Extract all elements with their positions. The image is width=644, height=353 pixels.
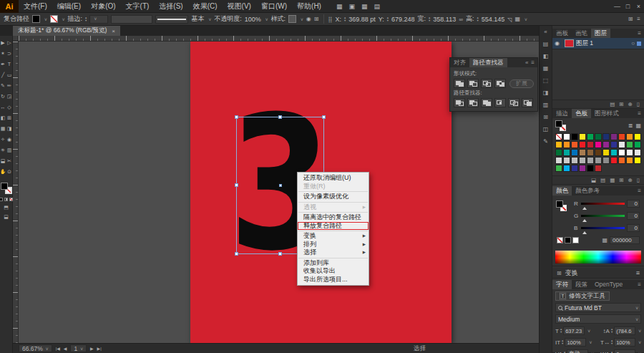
panel-icon[interactable]: ▤ [543,41,549,47]
color-swatch[interactable] [618,149,625,156]
lasso-tool[interactable]: ⊃ [6,48,13,59]
panel-icon[interactable]: ▥ [543,102,549,108]
selection-handle[interactable] [235,115,238,119]
x-stepper[interactable] [344,16,346,22]
brush-basic-label[interactable]: 基本 [191,14,204,24]
brush-caret-icon[interactable] [207,16,211,23]
color-swatch[interactable] [555,133,562,140]
swatches-footer-icon[interactable]: ▦ [610,177,615,183]
draw-mode-icon[interactable]: ⬒ [4,205,9,211]
tab-layers[interactable]: 图层 [591,29,610,38]
maximize-button[interactable]: □ [623,0,633,13]
layers-footer-icon[interactable]: ▯ [637,101,640,107]
fill-stroke-proxy[interactable] [556,200,567,211]
divide-icon[interactable] [454,98,465,107]
color-swatch[interactable] [587,157,594,164]
align-icon[interactable] [314,16,319,22]
opacity-caret-icon[interactable] [264,16,268,23]
tab-close-icon[interactable]: × [112,28,115,34]
tab-color[interactable]: 颜色 [552,186,572,195]
color-swatch[interactable] [555,165,562,172]
swatches-footer-icon[interactable]: ⬓ [591,177,596,183]
width-value[interactable]: 358.113 [433,16,456,23]
line-tool[interactable]: ╱ [0,69,6,80]
color-swatch[interactable] [587,149,594,156]
color-swatch[interactable] [626,133,633,140]
opacity-value[interactable]: 100% [245,16,261,23]
color-swatch[interactable] [618,133,625,140]
color-swatch[interactable] [579,149,586,156]
artboard-number-select[interactable]: 1 [70,344,87,352]
exclude-icon[interactable] [494,79,506,88]
swatches-footer-icon[interactable]: ⊕ [628,177,633,183]
menu-item[interactable]: 窗口(W) [256,0,292,13]
touch-type-tool-button[interactable]: 修饰文字工具 [555,291,610,301]
x-value[interactable]: 369.88 pt [348,16,376,23]
menu-item-collect-for-export[interactable]: 收集以导出 [298,267,369,276]
transform-icon[interactable] [507,16,512,23]
zoom-level-select[interactable]: 66.67% [19,344,52,352]
color-swatch[interactable] [634,149,641,156]
color-swatch[interactable] [602,157,610,164]
tab-artboards[interactable]: 画板 [552,29,572,38]
close-button[interactable]: × [633,0,644,13]
previous-artboard-button[interactable] [64,346,67,351]
blue-value[interactable]: 0 [627,224,640,232]
color-swatch[interactable] [602,149,610,156]
color-swatch[interactable] [618,157,625,164]
panel-icon[interactable]: ◧ [543,53,549,59]
color-swatch[interactable] [579,141,586,148]
color-swatch[interactable] [563,141,570,148]
color-swatch[interactable] [571,141,578,148]
red-slider[interactable] [581,203,625,205]
menu-item[interactable]: 选择(S) [154,0,187,13]
menu-item-select[interactable]: 选择 [298,248,369,257]
zoom-caret-icon[interactable] [44,345,49,352]
layers-footer-icon[interactable]: ⊕ [628,101,633,107]
crop-icon[interactable] [494,98,506,107]
zoom-tool[interactable]: ⊙ [6,166,13,177]
color-swatch[interactable] [595,165,602,172]
shape-builder-tool[interactable]: ◧ [0,112,6,123]
selection-handle[interactable] [235,252,238,256]
first-artboard-button[interactable] [56,346,60,351]
recolor-artwork-icon[interactable] [306,16,311,22]
collapse-icon[interactable] [525,59,528,66]
last-artboard-button[interactable] [97,346,102,351]
stroke-weight-stepper[interactable] [85,16,87,22]
reference-point-locator[interactable] [328,16,333,23]
y-stepper[interactable] [387,16,389,22]
document-tab[interactable]: 未标题-1* @ 66.67% (RGB/预览) × [13,26,120,36]
stroke-profile-select[interactable] [155,15,188,24]
align-caret-icon[interactable] [523,16,527,23]
leading-stepper[interactable] [611,328,613,334]
font-size-caret-icon[interactable] [586,327,590,334]
color-swatch[interactable] [626,157,633,164]
menu-item[interactable]: 文字(T) [121,0,155,13]
free-transform-tool[interactable]: ◇ [6,102,13,112]
symbol-sprayer-tool[interactable]: ✳ [0,145,6,155]
vertical-ruler[interactable] [13,42,19,343]
align-options-icon[interactable] [514,16,520,22]
swatches-footer-icon[interactable]: ▯ [637,177,640,183]
font-style-caret-icon[interactable] [634,316,638,323]
rectangle-tool[interactable]: ▭ [6,69,13,80]
panel-icon[interactable]: ▦ [543,65,549,72]
width-tool[interactable]: ↔ [0,102,6,112]
menu-item-pixel-perfect[interactable]: 设为像素级优化 [298,193,369,201]
layer-row[interactable]: 图层 1 ○ [552,38,644,49]
panel-icon[interactable]: ◫ [543,126,549,132]
selection-handle[interactable] [278,252,282,256]
titlebar-icon[interactable]: ▦ [361,3,368,10]
list-view-icon[interactable] [628,122,633,129]
control-panel-menu-icon[interactable] [637,16,640,22]
slider-handle[interactable] [582,205,587,210]
width-stepper[interactable] [429,16,430,22]
slider-handle[interactable] [582,217,587,222]
height-value[interactable]: 554.145 [482,16,505,23]
selection-handle[interactable] [322,115,326,119]
menu-item[interactable]: 视图(V) [223,0,256,13]
tab-paragraph[interactable]: 段落 [572,280,591,289]
vertical-scale-value[interactable]: 100% [565,338,586,347]
color-swatch[interactable] [610,149,618,156]
